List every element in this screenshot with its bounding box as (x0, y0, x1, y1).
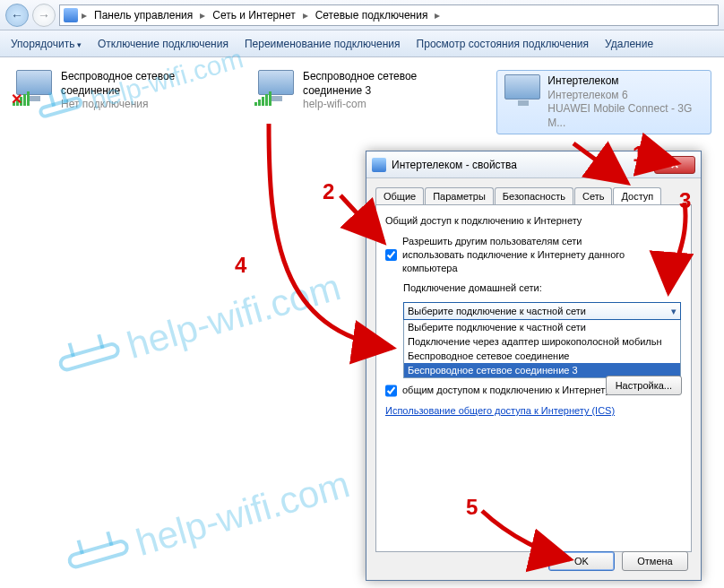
chevron-down-icon: ▾ (671, 306, 677, 317)
tab-bar: Общие Параметры Безопасность Сеть Доступ (366, 178, 701, 204)
breadcrumb-item[interactable]: Панель управления (90, 9, 196, 22)
connection-item[interactable]: Беспроводное сетевое соединение 3 help-w… (254, 70, 470, 134)
connection-name: Беспроводное сетевое (303, 70, 417, 84)
dialog-titlebar[interactable]: Интертелеком - свойства ✕ (366, 151, 701, 178)
dialog-icon (372, 158, 386, 172)
nav-back-button[interactable]: ← (5, 4, 29, 27)
nav-forward-button[interactable]: → (32, 4, 56, 27)
chevron-right-icon: ▸ (198, 9, 207, 22)
disconnected-icon: ✕ (11, 91, 22, 108)
disable-connection-button[interactable]: Отключение подключения (98, 38, 228, 50)
breadcrumb-item[interactable]: Сеть и Интернет (209, 9, 298, 22)
delete-connection-button[interactable]: Удаление (605, 38, 653, 50)
annotation-number: 3 (679, 188, 691, 213)
combo-option[interactable]: Подключение через адаптер широкополосной… (404, 334, 680, 349)
combo-option[interactable]: Выберите подключение к частной сети (404, 320, 680, 334)
combo-dropdown: Выберите подключение к частной сети Подк… (403, 320, 681, 378)
cancel-button[interactable]: Отмена (622, 551, 688, 571)
homenet-label: Подключение домашней сети: (403, 281, 682, 295)
connection-status: help-wifi-com (303, 98, 417, 112)
homenet-combo[interactable]: Выберите подключение к частной сети ▾ (403, 302, 681, 320)
connection-name: Интертелеком (547, 74, 707, 89)
chevron-right-icon: ▸ (433, 9, 442, 22)
ok-button[interactable]: OK (548, 551, 615, 571)
view-status-button[interactable]: Просмотр состояния подключения (417, 38, 589, 50)
breadcrumb-item[interactable]: Сетевые подключения (312, 9, 432, 22)
signal-bars-icon (254, 91, 272, 106)
allow-manage-checkbox[interactable] (385, 385, 397, 397)
connection-name: соединение (61, 84, 175, 99)
dialog-buttons: OK Отмена (548, 551, 688, 571)
allow-manage-label: общим доступом к подключению к Интернету (402, 384, 610, 397)
tab-security[interactable]: Безопасность (495, 187, 573, 204)
connection-item[interactable]: ✕ Беспроводное сетевое соединение Нет по… (13, 70, 228, 134)
rename-connection-button[interactable]: Переименование подключения (245, 38, 401, 50)
dialog-title: Интертелеком - свойства (392, 159, 649, 171)
tab-sharing[interactable]: Доступ (613, 187, 661, 204)
tab-parameters[interactable]: Параметры (425, 187, 494, 204)
tab-network[interactable]: Сеть (574, 187, 612, 204)
connection-name: Беспроводное сетевое (61, 70, 175, 84)
ics-help-link[interactable]: Использование общего доступа к Интернету… (385, 404, 615, 418)
combo-option[interactable]: Беспроводное сетевое соединение (404, 349, 680, 363)
properties-dialog: Интертелеком - свойства ✕ Общие Параметр… (366, 151, 702, 581)
annotation-number: 2 (323, 179, 334, 204)
organize-menu[interactable]: Упорядочить (11, 38, 82, 50)
chevron-right-icon: ▸ (301, 9, 310, 22)
annotation-number: 4 (235, 253, 246, 278)
location-icon (64, 8, 78, 22)
connection-name: соединение 3 (303, 84, 417, 99)
allow-sharing-label: Разрешить другим пользователям сети (402, 235, 625, 248)
breadcrumb[interactable]: ▸ Панель управления ▸ Сеть и Интернет ▸ … (59, 4, 719, 26)
allow-sharing-label: использовать подключение к Интернету дан… (402, 248, 625, 262)
connection-status: Интертелеком 6 (547, 89, 707, 103)
allow-sharing-checkbox-row: Разрешить другим пользователям сети испо… (385, 235, 682, 275)
tab-general[interactable]: Общие (375, 187, 424, 204)
connection-device: HUAWEI Mobile Connect - 3G M... (547, 102, 707, 130)
annotation-number: 1 (633, 142, 644, 167)
allow-sharing-label: компьютера (402, 262, 625, 275)
dialog-body: Общий доступ к подключению к Интернету Р… (375, 204, 692, 552)
connection-item-selected[interactable]: Интертелеком Интертелеком 6 HUAWEI Mobil… (496, 70, 711, 134)
sharing-heading: Общий доступ к подключению к Интернету (385, 214, 682, 228)
chevron-right-icon: ▸ (80, 9, 89, 22)
allow-sharing-checkbox[interactable] (385, 236, 397, 275)
address-bar: ← → ▸ Панель управления ▸ Сеть и Интерне… (0, 0, 724, 30)
close-button[interactable]: ✕ (654, 156, 695, 174)
toolbar: Упорядочить Отключение подключения Переи… (0, 30, 724, 57)
settings-button[interactable]: Настройка... (606, 376, 682, 395)
connection-status: Нет подключения (61, 98, 175, 112)
annotation-number: 5 (466, 495, 478, 520)
combo-value: Выберите подключение к частной сети (408, 306, 586, 316)
monitor-icon (504, 74, 540, 99)
